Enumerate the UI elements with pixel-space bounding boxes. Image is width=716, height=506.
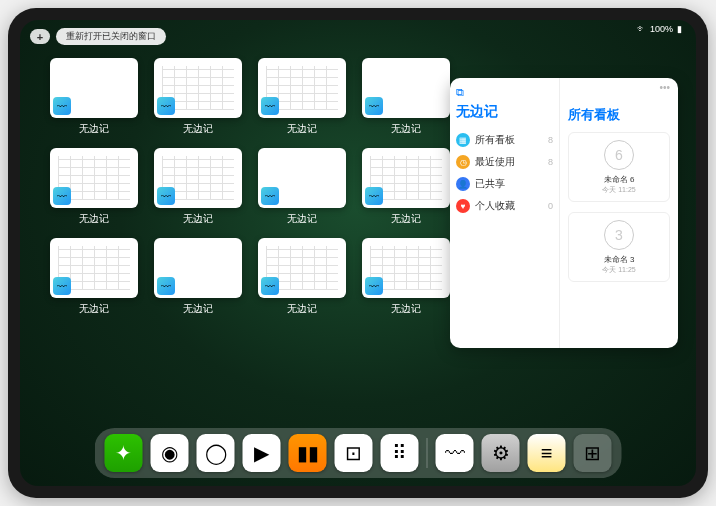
freeform-app-icon: 〰 [157, 187, 175, 205]
freeform-app-icon: 〰 [365, 187, 383, 205]
notes-icon[interactable]: ≡ [528, 434, 566, 472]
app-window-tile[interactable]: 〰无边记 [50, 148, 138, 226]
tile-label: 无边记 [79, 302, 109, 316]
heart-icon: ♥ [456, 199, 470, 213]
sidebar-item-person[interactable]: 👤已共享 [456, 173, 553, 195]
freeform-app-icon: 〰 [261, 97, 279, 115]
app-window-tile[interactable]: 〰无边记 [362, 238, 450, 316]
ellipsis-icon[interactable]: ••• [659, 82, 670, 93]
app-window-tile[interactable]: 〰无边记 [50, 238, 138, 316]
add-window-button[interactable]: + [30, 29, 50, 44]
panel-sidebar: ⧉ 无边记 ▦所有看板8◷最近使用8👤已共享♥个人收藏0 [450, 78, 560, 348]
dice-icon[interactable]: ⊡ [335, 434, 373, 472]
battery-percent: 100% [650, 24, 673, 34]
play-icon[interactable]: ▶ [243, 434, 281, 472]
app-window-tile[interactable]: 〰无边记 [362, 148, 450, 226]
board-card[interactable]: 6未命名 6今天 11:25 [568, 132, 670, 202]
tile-label: 无边记 [287, 212, 317, 226]
window-thumbnail: 〰 [258, 58, 346, 118]
window-thumbnail: 〰 [50, 238, 138, 298]
panel-content: 所有看板 6未命名 6今天 11:253未命名 3今天 11:25 [560, 78, 678, 348]
tile-label: 无边记 [287, 302, 317, 316]
dock: ✦◉◯▶▮▮⊡⠿〰⚙≡⊞ [95, 428, 622, 478]
tile-label: 无边记 [79, 122, 109, 136]
quark-hd-icon[interactable]: ◉ [151, 434, 189, 472]
nav-count: 8 [548, 157, 553, 167]
grid-icon: ▦ [456, 133, 470, 147]
window-thumbnail: 〰 [362, 58, 450, 118]
window-thumbnail: 〰 [258, 148, 346, 208]
nav-label: 个人收藏 [475, 199, 515, 213]
app-window-tile[interactable]: 〰无边记 [154, 148, 242, 226]
dock-separator [427, 438, 428, 468]
board-thumbnail: 6 [604, 140, 634, 170]
ipad-frame: ᯤ 100% ▮ + 重新打开已关闭的窗口 〰无边记〰无边记〰无边记〰无边记〰无… [8, 8, 708, 498]
sidebar-toggle-icon[interactable]: ⧉ [456, 86, 553, 99]
books-icon[interactable]: ▮▮ [289, 434, 327, 472]
window-thumbnail: 〰 [362, 238, 450, 298]
nav-label: 已共享 [475, 177, 505, 191]
app-window-tile[interactable]: 〰无边记 [258, 148, 346, 226]
tile-label: 无边记 [183, 302, 213, 316]
nav-count: 8 [548, 135, 553, 145]
app-window-tile[interactable]: 〰无边记 [258, 58, 346, 136]
window-thumbnail: 〰 [50, 58, 138, 118]
freeform-panel: ••• ⧉ 无边记 ▦所有看板8◷最近使用8👤已共享♥个人收藏0 所有看板 6未… [450, 78, 678, 348]
window-thumbnail: 〰 [50, 148, 138, 208]
dots-icon[interactable]: ⠿ [381, 434, 419, 472]
window-thumbnail: 〰 [154, 58, 242, 118]
freeform-app-icon: 〰 [365, 277, 383, 295]
app-window-tile[interactable]: 〰无边记 [154, 238, 242, 316]
wechat-icon[interactable]: ✦ [105, 434, 143, 472]
status-bar: ᯤ 100% ▮ [637, 24, 682, 34]
sidebar-item-clock[interactable]: ◷最近使用8 [456, 151, 553, 173]
board-time: 今天 11:25 [602, 265, 635, 275]
app-window-tile[interactable]: 〰无边记 [362, 58, 450, 136]
freeform-icon[interactable]: 〰 [436, 434, 474, 472]
sidebar-item-grid[interactable]: ▦所有看板8 [456, 129, 553, 151]
tile-label: 无边记 [391, 302, 421, 316]
tile-label: 无边记 [183, 122, 213, 136]
app-window-tile[interactable]: 〰无边记 [258, 238, 346, 316]
tile-label: 无边记 [183, 212, 213, 226]
freeform-app-icon: 〰 [157, 277, 175, 295]
tile-label: 无边记 [391, 212, 421, 226]
freeform-app-icon: 〰 [53, 97, 71, 115]
top-bar: + 重新打开已关闭的窗口 [30, 28, 166, 45]
screen: ᯤ 100% ▮ + 重新打开已关闭的窗口 〰无边记〰无边记〰无边记〰无边记〰无… [20, 20, 696, 486]
reopen-closed-window-pill[interactable]: 重新打开已关闭的窗口 [56, 28, 166, 45]
person-icon: 👤 [456, 177, 470, 191]
app-window-tile[interactable]: 〰无边记 [154, 58, 242, 136]
freeform-app-icon: 〰 [365, 97, 383, 115]
board-name: 未命名 3 [604, 254, 635, 265]
panel-right-title: 所有看板 [568, 106, 670, 124]
panel-title: 无边记 [456, 103, 553, 121]
sidebar-item-heart[interactable]: ♥个人收藏0 [456, 195, 553, 217]
window-thumbnail: 〰 [154, 238, 242, 298]
tile-label: 无边记 [79, 212, 109, 226]
tile-label: 无边记 [287, 122, 317, 136]
window-thumbnail: 〰 [362, 148, 450, 208]
clock-icon: ◷ [456, 155, 470, 169]
freeform-app-icon: 〰 [157, 97, 175, 115]
freeform-app-icon: 〰 [261, 187, 279, 205]
board-card[interactable]: 3未命名 3今天 11:25 [568, 212, 670, 282]
window-thumbnail: 〰 [258, 238, 346, 298]
nav-label: 所有看板 [475, 133, 515, 147]
window-thumbnail: 〰 [154, 148, 242, 208]
board-thumbnail: 3 [604, 220, 634, 250]
wifi-icon: ᯤ [637, 24, 646, 34]
battery-icon: ▮ [677, 24, 682, 34]
board-time: 今天 11:25 [602, 185, 635, 195]
board-name: 未命名 6 [604, 174, 635, 185]
freeform-app-icon: 〰 [53, 277, 71, 295]
app-switcher-grid: 〰无边记〰无边记〰无边记〰无边记〰无边记〰无边记〰无边记〰无边记〰无边记〰无边记… [50, 58, 450, 316]
settings-icon[interactable]: ⚙ [482, 434, 520, 472]
nav-label: 最近使用 [475, 155, 515, 169]
nav-count: 0 [548, 201, 553, 211]
freeform-app-icon: 〰 [261, 277, 279, 295]
app-library-icon[interactable]: ⊞ [574, 434, 612, 472]
app-window-tile[interactable]: 〰无边记 [50, 58, 138, 136]
quark-icon[interactable]: ◯ [197, 434, 235, 472]
freeform-app-icon: 〰 [53, 187, 71, 205]
